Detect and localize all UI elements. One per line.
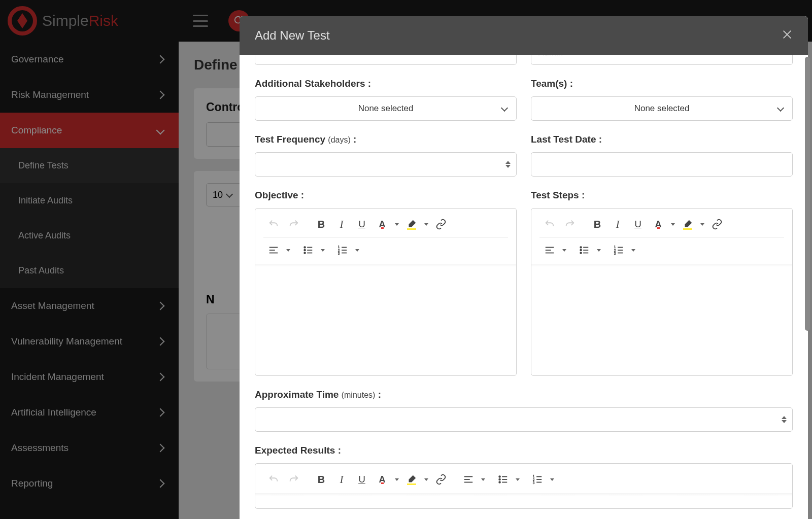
test-steps-editor: B I U A	[531, 208, 793, 376]
chevron-down-icon	[777, 104, 784, 111]
modal-scrollbar[interactable]	[805, 57, 810, 331]
svg-point-37	[499, 476, 500, 477]
bullet-list-button[interactable]	[298, 241, 318, 259]
numbered-list-dropdown[interactable]	[353, 241, 362, 259]
numbered-list-button[interactable]: 123	[527, 470, 548, 489]
bullet-list-dropdown[interactable]	[594, 241, 603, 259]
svg-point-9	[304, 252, 306, 254]
redo-button[interactable]	[560, 215, 580, 233]
link-button[interactable]	[431, 470, 451, 489]
text-color-button[interactable]: A	[372, 470, 392, 489]
highlight-button[interactable]	[401, 215, 422, 233]
svg-text:3: 3	[614, 252, 616, 255]
italic-button[interactable]: I	[607, 215, 628, 233]
underline-button[interactable]: U	[628, 215, 648, 233]
objective-textarea[interactable]	[255, 264, 516, 375]
approximate-time-input[interactable]	[255, 407, 793, 432]
undo-button[interactable]	[263, 215, 284, 233]
text-color-button[interactable]: A	[372, 215, 392, 233]
bold-button[interactable]: B	[311, 215, 331, 233]
teams-select[interactable]: None selected	[531, 96, 793, 121]
highlight-button[interactable]	[401, 470, 422, 489]
label-additional-stakeholders: Additional Stakeholders :	[255, 78, 517, 89]
objective-editor: B I U A	[255, 208, 517, 376]
label-last-test-date: Last Test Date :	[531, 134, 793, 145]
undo-button[interactable]	[539, 215, 560, 233]
partial-input-left[interactable]	[255, 55, 517, 65]
svg-point-8	[304, 250, 306, 251]
numbered-list-dropdown[interactable]	[629, 241, 638, 259]
bold-button[interactable]: B	[311, 470, 331, 489]
svg-point-38	[499, 479, 500, 480]
highlight-dropdown[interactable]	[698, 215, 707, 233]
add-new-test-modal: Add New Test Admin Additional Stakeholde…	[240, 16, 808, 519]
chevron-down-icon	[501, 104, 508, 111]
label-expected-results: Expected Results :	[255, 445, 793, 456]
expected-results-textarea[interactable]	[255, 493, 792, 508]
undo-button[interactable]	[263, 470, 284, 489]
modal-title: Add New Test	[255, 28, 330, 43]
additional-stakeholders-select[interactable]: None selected	[255, 96, 517, 121]
label-objective: Objective :	[255, 190, 517, 201]
close-icon	[782, 29, 793, 40]
test-steps-textarea[interactable]	[531, 264, 792, 375]
underline-button[interactable]: U	[352, 470, 372, 489]
highlight-dropdown[interactable]	[422, 215, 431, 233]
highlight-button[interactable]	[678, 215, 698, 233]
test-frequency-input[interactable]	[255, 152, 517, 177]
align-dropdown[interactable]	[479, 470, 488, 489]
align-dropdown[interactable]	[284, 241, 293, 259]
text-color-dropdown[interactable]	[668, 215, 678, 233]
modal-close-button[interactable]	[782, 28, 793, 43]
text-color-dropdown[interactable]	[392, 470, 401, 489]
tester-field[interactable]: Admin	[531, 55, 793, 65]
label-test-frequency: Test Frequency (days) :	[255, 134, 517, 145]
svg-point-24	[580, 252, 582, 254]
bullet-list-button[interactable]	[574, 241, 594, 259]
text-color-dropdown[interactable]	[392, 215, 401, 233]
italic-button[interactable]: I	[331, 470, 352, 489]
bullet-list-dropdown[interactable]	[318, 241, 327, 259]
label-approximate-time: Approximate Time (minutes) :	[255, 389, 793, 400]
align-dropdown[interactable]	[560, 241, 569, 259]
redo-button[interactable]	[284, 215, 304, 233]
svg-point-23	[580, 250, 582, 251]
redo-button[interactable]	[284, 470, 304, 489]
align-button[interactable]	[458, 470, 479, 489]
numbered-list-button[interactable]: 123	[608, 241, 629, 259]
number-stepper-icon[interactable]	[779, 416, 789, 423]
svg-point-22	[580, 247, 582, 248]
svg-text:3: 3	[533, 481, 535, 485]
text-color-button[interactable]: A	[648, 215, 668, 233]
bold-button[interactable]: B	[587, 215, 607, 233]
label-teams: Team(s) :	[531, 78, 793, 89]
svg-text:3: 3	[338, 252, 340, 255]
bullet-list-dropdown[interactable]	[513, 470, 522, 489]
highlight-dropdown[interactable]	[422, 470, 431, 489]
link-button[interactable]	[707, 215, 727, 233]
align-button[interactable]	[263, 241, 284, 259]
numbered-list-dropdown[interactable]	[548, 470, 557, 489]
expected-results-editor: B I U A	[255, 463, 793, 509]
svg-point-39	[499, 481, 500, 483]
svg-point-7	[304, 247, 306, 248]
italic-button[interactable]: I	[331, 215, 352, 233]
link-button[interactable]	[431, 215, 451, 233]
underline-button[interactable]: U	[352, 215, 372, 233]
numbered-list-button[interactable]: 123	[332, 241, 353, 259]
number-stepper-icon[interactable]	[503, 161, 513, 168]
last-test-date-input[interactable]	[531, 152, 793, 177]
label-test-steps: Test Steps :	[531, 190, 793, 201]
bullet-list-button[interactable]	[493, 470, 513, 489]
align-button[interactable]	[539, 241, 560, 259]
